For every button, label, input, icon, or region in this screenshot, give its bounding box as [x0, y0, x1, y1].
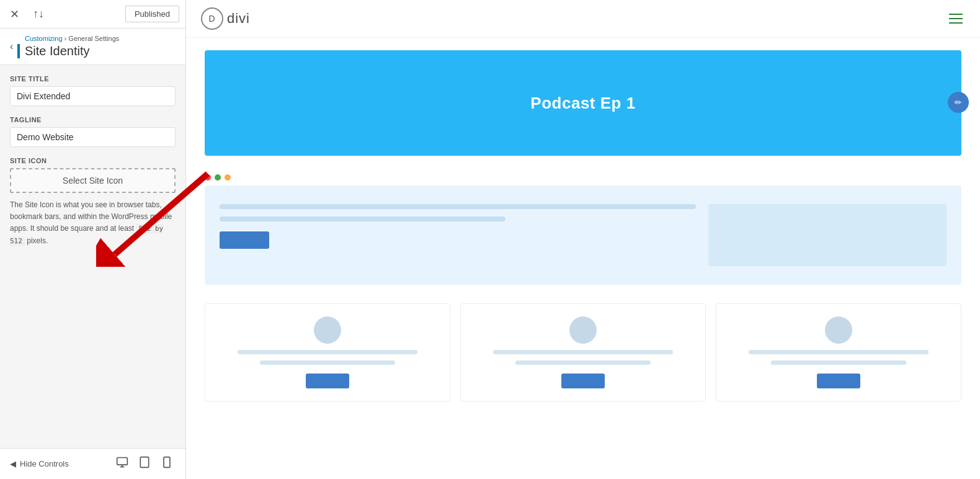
hero-banner: Podcast Ep 1	[205, 50, 961, 156]
card-btn-1	[306, 374, 349, 388]
card-avatar-3	[825, 316, 852, 344]
hide-controls-icon: ◀	[10, 459, 16, 468]
browser-line-2	[220, 217, 506, 222]
edit-pencil-button[interactable]: ✏	[948, 92, 969, 113]
browser-left-col	[220, 204, 696, 249]
breadcrumb: Customizing › General Settings	[25, 35, 176, 42]
card-line-2b	[515, 360, 650, 365]
customizer-panel: ✕ ↑↓ Published ‹ Customizing › General S…	[0, 0, 186, 479]
mock-browser	[205, 174, 961, 285]
svg-rect-3	[140, 457, 148, 468]
site-icon-description: The Site Icon is what you see in browser…	[10, 199, 176, 247]
view-icons	[114, 455, 176, 473]
card-2	[460, 303, 706, 401]
card-line-3b	[771, 360, 906, 365]
sort-button[interactable]: ↑↓	[29, 5, 48, 23]
card-avatar-2	[569, 316, 597, 344]
panel-footer: ◀ Hide Controls	[0, 448, 185, 479]
card-btn-3	[817, 374, 860, 388]
hamburger-menu-button[interactable]	[947, 11, 965, 26]
dot-green	[215, 174, 221, 181]
card-line-1b	[260, 360, 394, 365]
select-site-icon-button[interactable]: Select Site Icon	[10, 168, 176, 193]
desktop-icon	[116, 456, 128, 468]
mobile-icon	[161, 456, 173, 468]
hamburger-line-2	[949, 18, 963, 19]
page-title: Site Identity	[17, 44, 176, 58]
panel-content: SITE TITLE TAGLINE SITE ICON Select Site…	[0, 65, 185, 448]
hamburger-line-3	[949, 22, 963, 24]
card-line-2a	[493, 350, 673, 354]
divi-logo: D divi	[201, 7, 250, 30]
card-3	[716, 303, 961, 401]
tablet-icon	[138, 456, 151, 468]
site-title-input[interactable]	[10, 86, 176, 106]
tablet-view-button[interactable]	[136, 455, 153, 473]
published-button[interactable]: Published	[125, 6, 179, 22]
browser-right-col	[708, 204, 947, 266]
browser-line-1	[220, 204, 696, 209]
preview-content: Podcast Ep 1	[186, 38, 980, 414]
browser-cta-mock	[220, 231, 269, 249]
hero-title: Podcast Ep 1	[530, 94, 635, 113]
card-1	[205, 303, 450, 401]
card-grid	[205, 303, 961, 401]
browser-content	[205, 186, 961, 285]
svg-rect-5	[164, 457, 170, 468]
card-avatar-1	[314, 316, 341, 344]
browser-dots	[205, 174, 961, 181]
dot-red	[205, 174, 211, 181]
divi-circle-icon: D	[201, 7, 223, 30]
hamburger-line-1	[949, 14, 963, 15]
hide-controls-label: Hide Controls	[20, 459, 69, 468]
preview-header: D divi	[186, 0, 980, 38]
back-button[interactable]: ‹	[7, 40, 16, 53]
breadcrumb-current: General Settings	[68, 35, 119, 42]
card-line-3a	[749, 350, 929, 354]
svg-rect-0	[117, 458, 128, 465]
mobile-view-button[interactable]	[158, 455, 176, 473]
divi-logo-text: divi	[227, 11, 250, 27]
preview-panel: D divi ✏ Podcast Ep 1	[186, 0, 980, 479]
dot-yellow	[225, 174, 231, 181]
card-btn-2	[561, 374, 605, 388]
site-icon-label: SITE ICON	[10, 157, 176, 164]
card-line-1a	[238, 350, 417, 354]
tagline-label: TAGLINE	[10, 116, 176, 123]
close-button[interactable]: ✕	[6, 5, 23, 24]
hide-controls-button[interactable]: ◀ Hide Controls	[10, 459, 69, 468]
breadcrumb-section: ‹ Customizing › General Settings Site Id…	[0, 29, 185, 65]
top-bar: ✕ ↑↓ Published	[0, 0, 185, 29]
breadcrumb-parent[interactable]: Customizing	[25, 35, 63, 42]
desktop-view-button[interactable]	[114, 455, 131, 473]
site-title-label: SITE TITLE	[10, 75, 176, 83]
tagline-input[interactable]	[10, 127, 176, 147]
